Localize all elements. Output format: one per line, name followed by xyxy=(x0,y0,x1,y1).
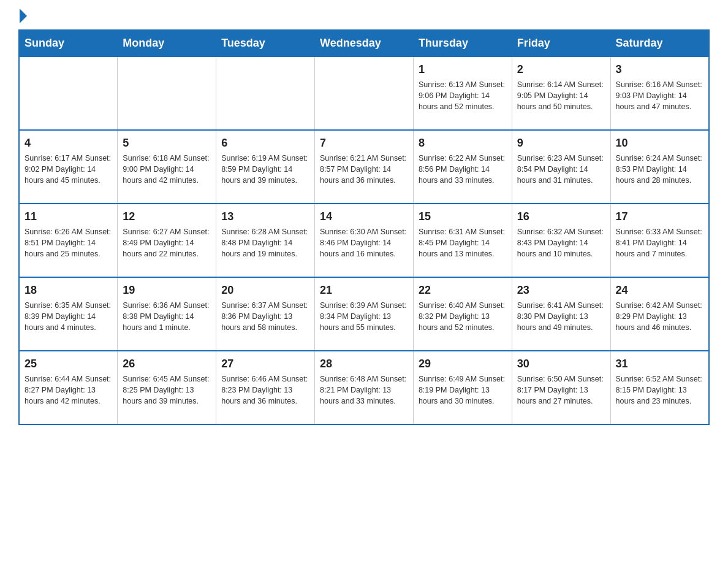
calendar-cell xyxy=(216,56,315,130)
day-info: Sunrise: 6:37 AM Sunset: 8:36 PM Dayligh… xyxy=(221,300,309,333)
day-number: 2 xyxy=(517,62,605,77)
calendar-cell: 20Sunrise: 6:37 AM Sunset: 8:36 PM Dayli… xyxy=(216,277,315,351)
day-info: Sunrise: 6:35 AM Sunset: 8:39 PM Dayligh… xyxy=(25,300,112,333)
weekday-header-friday: Friday xyxy=(512,30,610,56)
calendar-header-row: SundayMondayTuesdayWednesdayThursdayFrid… xyxy=(19,30,709,56)
calendar-cell: 22Sunrise: 6:40 AM Sunset: 8:32 PM Dayli… xyxy=(413,277,512,351)
day-info: Sunrise: 6:17 AM Sunset: 9:02 PM Dayligh… xyxy=(25,153,112,186)
calendar-cell: 13Sunrise: 6:28 AM Sunset: 8:48 PM Dayli… xyxy=(216,204,315,277)
logo-triangle-icon xyxy=(20,9,27,23)
calendar-cell: 11Sunrise: 6:26 AM Sunset: 8:51 PM Dayli… xyxy=(19,204,118,277)
day-info: Sunrise: 6:21 AM Sunset: 8:57 PM Dayligh… xyxy=(320,153,408,186)
calendar-cell: 19Sunrise: 6:36 AM Sunset: 8:38 PM Dayli… xyxy=(118,277,216,351)
day-info: Sunrise: 6:24 AM Sunset: 8:53 PM Dayligh… xyxy=(616,153,703,186)
day-info: Sunrise: 6:31 AM Sunset: 8:45 PM Dayligh… xyxy=(419,226,507,259)
weekday-header-sunday: Sunday xyxy=(19,30,118,56)
weekday-header-thursday: Thursday xyxy=(413,30,512,56)
calendar-week-row: 25Sunrise: 6:44 AM Sunset: 8:27 PM Dayli… xyxy=(19,351,709,424)
day-info: Sunrise: 6:13 AM Sunset: 9:06 PM Dayligh… xyxy=(419,79,507,112)
weekday-header-tuesday: Tuesday xyxy=(216,30,315,56)
day-number: 30 xyxy=(517,356,605,372)
day-info: Sunrise: 6:50 AM Sunset: 8:17 PM Dayligh… xyxy=(517,373,605,407)
calendar-cell: 23Sunrise: 6:41 AM Sunset: 8:30 PM Dayli… xyxy=(512,277,610,351)
calendar-cell: 6Sunrise: 6:19 AM Sunset: 8:59 PM Daylig… xyxy=(216,130,315,204)
calendar-week-row: 18Sunrise: 6:35 AM Sunset: 8:39 PM Dayli… xyxy=(19,277,709,351)
day-info: Sunrise: 6:44 AM Sunset: 8:27 PM Dayligh… xyxy=(25,373,112,407)
day-number: 10 xyxy=(616,136,703,151)
calendar-cell: 7Sunrise: 6:21 AM Sunset: 8:57 PM Daylig… xyxy=(315,130,414,204)
day-number: 26 xyxy=(123,356,211,372)
calendar-cell: 4Sunrise: 6:17 AM Sunset: 9:02 PM Daylig… xyxy=(19,130,118,204)
day-number: 24 xyxy=(616,283,703,298)
calendar-cell: 17Sunrise: 6:33 AM Sunset: 8:41 PM Dayli… xyxy=(610,204,709,277)
day-number: 3 xyxy=(616,62,703,77)
day-info: Sunrise: 6:22 AM Sunset: 8:56 PM Dayligh… xyxy=(419,153,507,186)
calendar-cell xyxy=(315,56,414,130)
day-number: 1 xyxy=(419,62,507,77)
day-number: 29 xyxy=(419,356,507,372)
day-number: 14 xyxy=(320,209,408,224)
day-number: 7 xyxy=(320,136,408,151)
day-info: Sunrise: 6:52 AM Sunset: 8:15 PM Dayligh… xyxy=(616,373,703,407)
calendar-cell: 9Sunrise: 6:23 AM Sunset: 8:54 PM Daylig… xyxy=(512,130,610,204)
day-number: 13 xyxy=(221,209,309,224)
day-info: Sunrise: 6:23 AM Sunset: 8:54 PM Dayligh… xyxy=(517,153,605,186)
calendar-cell xyxy=(118,56,216,130)
day-number: 12 xyxy=(123,209,211,224)
day-number: 23 xyxy=(517,283,605,298)
calendar-cell: 26Sunrise: 6:45 AM Sunset: 8:25 PM Dayli… xyxy=(118,351,216,424)
day-number: 18 xyxy=(25,283,112,298)
day-info: Sunrise: 6:28 AM Sunset: 8:48 PM Dayligh… xyxy=(221,226,309,259)
day-info: Sunrise: 6:48 AM Sunset: 8:21 PM Dayligh… xyxy=(320,373,408,407)
calendar-cell: 5Sunrise: 6:18 AM Sunset: 9:00 PM Daylig… xyxy=(118,130,216,204)
day-number: 28 xyxy=(320,356,408,372)
day-info: Sunrise: 6:14 AM Sunset: 9:05 PM Dayligh… xyxy=(517,79,605,112)
day-number: 16 xyxy=(517,209,605,224)
day-number: 27 xyxy=(221,356,309,372)
calendar-cell: 3Sunrise: 6:16 AM Sunset: 9:03 PM Daylig… xyxy=(610,56,709,130)
calendar-cell: 10Sunrise: 6:24 AM Sunset: 8:53 PM Dayli… xyxy=(610,130,709,204)
day-info: Sunrise: 6:49 AM Sunset: 8:19 PM Dayligh… xyxy=(419,373,507,407)
day-number: 19 xyxy=(123,283,211,298)
day-info: Sunrise: 6:19 AM Sunset: 8:59 PM Dayligh… xyxy=(221,153,309,186)
weekday-header-saturday: Saturday xyxy=(610,30,709,56)
day-info: Sunrise: 6:42 AM Sunset: 8:29 PM Dayligh… xyxy=(616,300,703,333)
day-number: 31 xyxy=(616,356,703,372)
day-info: Sunrise: 6:45 AM Sunset: 8:25 PM Dayligh… xyxy=(123,373,211,407)
day-number: 9 xyxy=(517,136,605,151)
day-number: 20 xyxy=(221,283,309,298)
day-info: Sunrise: 6:16 AM Sunset: 9:03 PM Dayligh… xyxy=(616,79,703,112)
day-info: Sunrise: 6:46 AM Sunset: 8:23 PM Dayligh… xyxy=(221,373,309,407)
calendar-cell: 30Sunrise: 6:50 AM Sunset: 8:17 PM Dayli… xyxy=(512,351,610,424)
calendar-cell: 1Sunrise: 6:13 AM Sunset: 9:06 PM Daylig… xyxy=(413,56,512,130)
calendar-cell: 2Sunrise: 6:14 AM Sunset: 9:05 PM Daylig… xyxy=(512,56,610,130)
day-info: Sunrise: 6:33 AM Sunset: 8:41 PM Dayligh… xyxy=(616,226,703,259)
calendar-week-row: 4Sunrise: 6:17 AM Sunset: 9:02 PM Daylig… xyxy=(19,130,709,204)
day-number: 21 xyxy=(320,283,408,298)
day-number: 22 xyxy=(419,283,507,298)
weekday-header-wednesday: Wednesday xyxy=(315,30,414,56)
day-info: Sunrise: 6:40 AM Sunset: 8:32 PM Dayligh… xyxy=(419,300,507,333)
day-number: 17 xyxy=(616,209,703,224)
day-number: 5 xyxy=(123,136,211,151)
day-info: Sunrise: 6:27 AM Sunset: 8:49 PM Dayligh… xyxy=(123,226,211,259)
calendar-table: SundayMondayTuesdayWednesdayThursdayFrid… xyxy=(18,29,710,425)
day-number: 8 xyxy=(419,136,507,151)
calendar-cell: 31Sunrise: 6:52 AM Sunset: 8:15 PM Dayli… xyxy=(610,351,709,424)
calendar-cell: 8Sunrise: 6:22 AM Sunset: 8:56 PM Daylig… xyxy=(413,130,512,204)
calendar-cell: 16Sunrise: 6:32 AM Sunset: 8:43 PM Dayli… xyxy=(512,204,610,277)
calendar-cell: 18Sunrise: 6:35 AM Sunset: 8:39 PM Dayli… xyxy=(19,277,118,351)
day-info: Sunrise: 6:39 AM Sunset: 8:34 PM Dayligh… xyxy=(320,300,408,333)
day-info: Sunrise: 6:36 AM Sunset: 8:38 PM Dayligh… xyxy=(123,300,211,333)
calendar-cell: 21Sunrise: 6:39 AM Sunset: 8:34 PM Dayli… xyxy=(315,277,414,351)
calendar-cell: 27Sunrise: 6:46 AM Sunset: 8:23 PM Dayli… xyxy=(216,351,315,424)
calendar-cell: 12Sunrise: 6:27 AM Sunset: 8:49 PM Dayli… xyxy=(118,204,216,277)
day-number: 6 xyxy=(221,136,309,151)
calendar-cell: 24Sunrise: 6:42 AM Sunset: 8:29 PM Dayli… xyxy=(610,277,709,351)
calendar-cell: 14Sunrise: 6:30 AM Sunset: 8:46 PM Dayli… xyxy=(315,204,414,277)
page-header xyxy=(18,12,710,18)
calendar-week-row: 11Sunrise: 6:26 AM Sunset: 8:51 PM Dayli… xyxy=(19,204,709,277)
day-info: Sunrise: 6:18 AM Sunset: 9:00 PM Dayligh… xyxy=(123,153,211,186)
day-number: 15 xyxy=(419,209,507,224)
weekday-header-monday: Monday xyxy=(118,30,216,56)
